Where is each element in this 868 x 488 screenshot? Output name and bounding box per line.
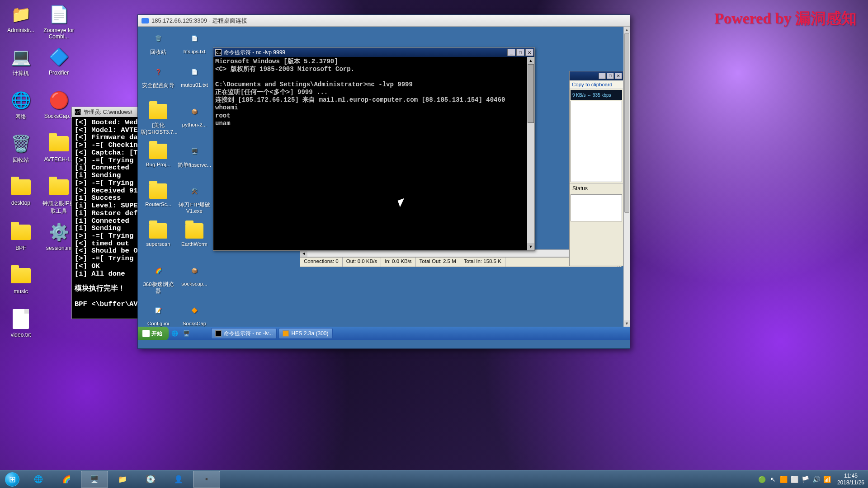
hfsips-file[interactable]: 📄hfs.ips.txt: [177, 29, 212, 54]
python-installer[interactable]: 📦python-2...: [177, 103, 212, 127]
out-cell: Out: 0.0 KB/s: [343, 258, 381, 267]
totalout-cell: Total Out: 2.5 M: [416, 258, 460, 267]
admin-shortcut[interactable]: 📁Administr...: [4, 4, 38, 33]
label: 计算机: [13, 70, 29, 76]
minimize-button[interactable]: _: [507, 49, 515, 56]
maximize-button[interactable]: □: [516, 49, 524, 56]
superscan-folder[interactable]: superscan: [141, 222, 176, 247]
remote-taskbar[interactable]: 开始 🌐 🖥️ 命令提示符 - nc -lv... HFS 2.3a (300): [138, 327, 630, 340]
minimize-button[interactable]: _: [599, 73, 606, 79]
taskbar-hfs-button[interactable]: HFS 2.3a (300): [278, 328, 332, 339]
ghost-folder[interactable]: [美化版]GHOST3.7...: [141, 103, 176, 136]
rdp-window[interactable]: 185.172.66.125:3309 - 远程桌面连接 🗑️回收站 📄hfs.…: [137, 14, 630, 349]
network-icon[interactable]: 🌐网络: [4, 89, 38, 121]
desktop-quicklaunch[interactable]: 🖥️: [182, 329, 191, 338]
videotxt-file[interactable]: video.txt: [4, 308, 38, 338]
remote-cmd-titlebar[interactable]: C:\ 命令提示符 - nc -lvp 9999 _ □ ✕: [213, 48, 534, 57]
taskbar-explorer[interactable]: 📁: [109, 471, 136, 488]
ftpcrack-exe[interactable]: ⚒️铸刀FTP爆破V1.exe: [177, 182, 212, 214]
desktop-folder[interactable]: desktop: [4, 176, 38, 206]
close-button[interactable]: ✕: [615, 73, 622, 79]
network-icon[interactable]: 📶: [823, 475, 831, 483]
taskbar-cmd-button[interactable]: 命令提示符 - nc -lv...: [211, 328, 277, 339]
scroll-thumb[interactable]: [624, 33, 629, 213]
routersc-folder[interactable]: RouterSc...: [141, 182, 176, 207]
hfs-window[interactable]: _ □ ✕ Copy to clipboard 9 KB/s ↔ 935 kbp…: [569, 71, 623, 266]
host-taskbar[interactable]: 🌐 🌈 🖥️ 📁 💽 👤 ▪️ 🟢 ↖ 🟧 ⬜ 🏳️ 🔊 📶 11:45 201…: [0, 470, 868, 488]
taskbar-app1[interactable]: 🌈: [53, 471, 80, 488]
scroll-down-icon[interactable]: ▼: [527, 243, 534, 250]
label: SocksCap...: [44, 113, 74, 119]
remote-recycle[interactable]: 🗑️回收站: [141, 29, 176, 56]
hfs-titlebar[interactable]: _ □ ✕: [570, 71, 623, 80]
rdp-vscrollbar[interactable]: ▲ ▼: [623, 27, 630, 327]
mutou-file[interactable]: 📄mutou01.txt: [177, 63, 212, 88]
scroll-thumb[interactable]: [528, 64, 534, 123]
cmd-icon: C:\: [215, 49, 222, 56]
label: 钟馗之眼IP提取工具: [42, 200, 75, 214]
maximize-button[interactable]: □: [607, 73, 614, 79]
tray-icon[interactable]: 🏳️: [802, 475, 810, 483]
ftpserv-shortcut[interactable]: 🖥️简单ftpserve...: [177, 142, 212, 169]
windows-orb-icon: [5, 472, 19, 487]
status-header: Status: [570, 183, 623, 193]
browser360-shortcut[interactable]: 🌈360极速浏览器: [141, 262, 176, 295]
label: Proxifier: [49, 70, 69, 76]
window-title: 管理员: C:\windows\: [84, 108, 132, 116]
remote-start-button[interactable]: 开始: [138, 327, 169, 340]
avtech-folder[interactable]: AVTECH-I...: [42, 133, 76, 163]
computer-icon[interactable]: 💻计算机: [4, 46, 38, 77]
volume-icon[interactable]: 🔊: [812, 475, 821, 483]
hfs-file-list[interactable]: [571, 101, 622, 182]
in-cell: In: 0.0 KB/s: [381, 258, 415, 267]
tray-icon[interactable]: ↖: [769, 475, 777, 483]
copy-clipboard-link[interactable]: Copy to clipboard: [570, 80, 623, 89]
remote-cmd-window[interactable]: C:\ 命令提示符 - nc -lvp 9999 _ □ ✕ Microsoft…: [213, 47, 535, 251]
hfs-icon: [283, 330, 289, 337]
bandwidth-graph: 9 KB/s ↔ 935 kbps: [571, 90, 622, 100]
label: desktop: [11, 200, 30, 206]
taskbar-clock[interactable]: 11:45 2018/11/26: [837, 473, 864, 486]
remote-cmd-output[interactable]: Microsoft Windows [版本 5.2.3790] <C> 版权所有…: [213, 57, 527, 250]
sockscap3-shortcut[interactable]: 🔶SocksCap: [177, 301, 212, 326]
scroll-up-icon[interactable]: ▲: [624, 27, 630, 33]
taskbar-rdp[interactable]: 🖥️: [81, 471, 108, 488]
music-folder[interactable]: music: [4, 265, 38, 295]
tray-icon[interactable]: ⬜: [791, 475, 799, 483]
secwiz-shortcut[interactable]: ❓安全配置向导: [141, 63, 176, 89]
scroll-down-icon[interactable]: ▼: [624, 320, 630, 327]
taskbar-ie[interactable]: 🌐: [25, 471, 52, 488]
remote-desktop[interactable]: 🗑️回收站 📄hfs.ips.txt ❓安全配置向导 📄mutou01.txt …: [138, 27, 623, 327]
recycle-bin[interactable]: 🗑️回收站: [4, 133, 38, 164]
taskbar-app3[interactable]: 👤: [165, 471, 192, 488]
taskbar-cmd[interactable]: ▪️: [193, 471, 220, 488]
ie-quicklaunch[interactable]: 🌐: [170, 329, 179, 338]
sockscap2-archive[interactable]: 📦sockscap...: [177, 262, 212, 286]
tray-icon[interactable]: 🟧: [780, 475, 788, 483]
zoomeye-shortcut[interactable]: 📄Zoomeye for Combi...: [42, 4, 76, 40]
rdp-title-text: 185.172.66.125:3309 - 远程桌面连接: [151, 17, 247, 25]
bugproj-folder[interactable]: Bug-Proj...: [141, 142, 176, 167]
label: session.ini: [46, 245, 71, 251]
remote-cmd-title: 命令提示符 - nc -lvp 9999: [224, 49, 285, 56]
sessionini-file[interactable]: ⚙️session.ini: [42, 221, 76, 251]
cmd-vscrollbar[interactable]: ▲ ▼: [527, 57, 534, 250]
start-button[interactable]: [0, 470, 24, 488]
sockscap-shortcut[interactable]: 🔴SocksCap...: [42, 89, 76, 119]
taskbar-app2[interactable]: 💽: [137, 471, 164, 488]
hfs-status-list[interactable]: [571, 194, 622, 221]
label: Zoomeye for Combi...: [43, 27, 74, 40]
bpf-folder[interactable]: BPF: [4, 221, 38, 251]
close-button[interactable]: ✕: [525, 49, 533, 56]
totalin-cell: Total In: 158.5 K: [460, 258, 505, 267]
rdp-titlebar[interactable]: 185.172.66.125:3309 - 远程桌面连接: [138, 15, 630, 27]
proxifier-shortcut[interactable]: 🔷Proxifier: [42, 46, 76, 76]
scroll-left-icon[interactable]: ◄: [300, 250, 307, 257]
earthworm-folder[interactable]: EarthWorm: [177, 222, 212, 247]
system-tray[interactable]: 🟢 ↖ 🟧 ⬜ 🏳️ 🔊 📶 11:45 2018/11/26: [757, 473, 868, 486]
scroll-up-icon[interactable]: ▲: [527, 57, 534, 64]
tray-icon[interactable]: 🟢: [758, 475, 766, 483]
label: 回收站: [13, 157, 29, 163]
zhongkui-folder[interactable]: 钟馗之眼IP提取工具: [42, 176, 76, 215]
configini-file[interactable]: 📝Config.ini: [141, 301, 176, 326]
